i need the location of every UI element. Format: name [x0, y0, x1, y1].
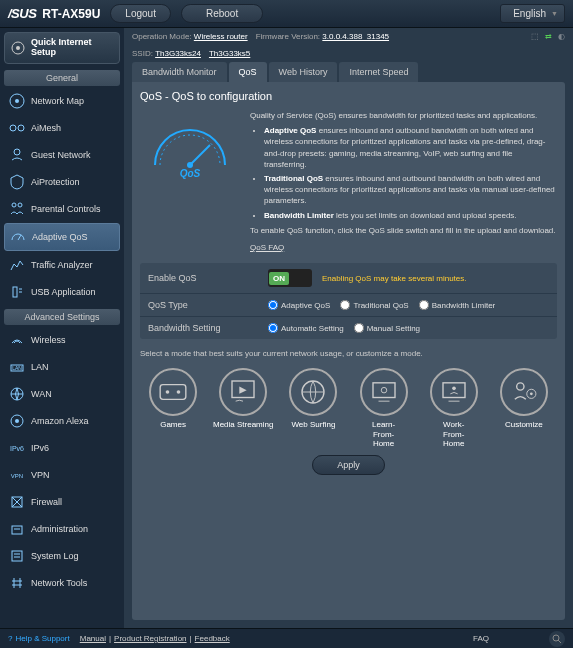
svg-text:VPN: VPN	[11, 473, 23, 479]
nav-parental-controls[interactable]: Parental Controls	[4, 196, 120, 222]
nav-icon	[8, 283, 26, 301]
svg-point-6	[14, 149, 20, 155]
feedback-link[interactable]: Feedback	[195, 634, 230, 643]
svg-point-30	[166, 390, 170, 394]
qos-gauge-icon: QoS	[140, 110, 240, 190]
nav-icon	[8, 331, 26, 349]
mode-games[interactable]: Games	[140, 368, 206, 449]
section-advanced: Advanced Settings	[4, 309, 120, 325]
nav-wan[interactable]: WAN	[4, 381, 120, 407]
mode-learn-from-home[interactable]: Learn-From-Home	[351, 368, 417, 449]
nav-traffic-analyzer[interactable]: Traffic Analyzer	[4, 252, 120, 278]
nav-administration[interactable]: Administration	[4, 516, 120, 542]
svg-point-1	[16, 46, 20, 50]
tab-bandwidth-monitor[interactable]: Bandwidth Monitor	[132, 62, 227, 82]
nav-icon	[8, 256, 26, 274]
usb-icon[interactable]: ⬚	[531, 32, 539, 41]
mode-customize[interactable]: Customize	[491, 368, 557, 449]
faq-link[interactable]: FAQ	[473, 634, 489, 643]
page-title: QoS - QoS to configuration	[140, 90, 557, 102]
nav-icon	[9, 228, 27, 246]
footer: ? Help & Support Manual| Product Registr…	[0, 628, 573, 648]
mode-icon	[500, 368, 548, 416]
mode-hint: Select a mode that best suits your curre…	[140, 349, 557, 358]
nav-icon: LAN	[8, 358, 26, 376]
nav-icon	[8, 385, 26, 403]
tab-web-history[interactable]: Web History	[269, 62, 338, 82]
nav-icon: VPN	[8, 466, 26, 484]
qos-faq-link[interactable]: QoS FAQ	[250, 243, 284, 252]
svg-point-43	[530, 393, 533, 396]
nav-firewall[interactable]: Firewall	[4, 489, 120, 515]
product-reg-link[interactable]: Product Registration	[114, 634, 186, 643]
main-panel: Operation Mode: Wireless router Firmware…	[124, 28, 573, 628]
ssid-1[interactable]: Th3G33ks24	[155, 49, 201, 58]
svg-point-5	[18, 125, 24, 131]
firmware-link[interactable]: 3.0.0.4.388_31345	[322, 32, 389, 41]
svg-marker-33	[240, 387, 247, 394]
nav-amazon-alexa[interactable]: Amazon Alexa	[4, 408, 120, 434]
svg-line-45	[558, 640, 561, 643]
nav-wireless[interactable]: Wireless	[4, 327, 120, 353]
nav-aiprotection[interactable]: AiProtection	[4, 169, 120, 195]
svg-text:LAN: LAN	[12, 365, 22, 371]
mode-web-surfing[interactable]: Web Surfing	[280, 368, 346, 449]
nav-adaptive-qos[interactable]: Adaptive QoS	[4, 223, 120, 251]
radio-manual[interactable]: Manual Setting	[354, 323, 420, 333]
nav-ipv6[interactable]: IPv6IPv6	[4, 435, 120, 461]
svg-point-39	[452, 387, 456, 391]
tab-internet-speed[interactable]: Internet Speed	[339, 62, 418, 82]
svg-point-3	[15, 99, 19, 103]
sidebar: Quick Internet Setup General Network Map…	[0, 28, 124, 628]
svg-point-4	[10, 125, 16, 131]
modes-row: GamesMedia StreamingWeb SurfingLearn-Fro…	[140, 368, 557, 449]
quick-setup-button[interactable]: Quick Internet Setup	[4, 32, 120, 64]
apply-button[interactable]: Apply	[312, 455, 385, 475]
nav-guest-network[interactable]: Guest Network	[4, 142, 120, 168]
svg-point-7	[12, 203, 16, 207]
nav-icon	[8, 173, 26, 191]
content: QoS - QoS to configuration QoS Quality o…	[132, 82, 565, 620]
description: Quality of Service (QoS) ensures bandwid…	[250, 110, 557, 253]
reboot-button[interactable]: Reboot	[181, 4, 263, 23]
nav-icon	[8, 547, 26, 565]
manual-link[interactable]: Manual	[80, 634, 106, 643]
radio-auto[interactable]: Automatic Setting	[268, 323, 344, 333]
radio-limiter[interactable]: Bandwidth Limiter	[419, 300, 496, 310]
nav-icon	[8, 119, 26, 137]
radio-adaptive[interactable]: Adaptive QoS	[268, 300, 330, 310]
nav-network-map[interactable]: Network Map	[4, 88, 120, 114]
help-icon[interactable]: ?	[8, 634, 12, 643]
enable-qos-toggle[interactable]: ON	[268, 269, 312, 287]
search-icon[interactable]	[549, 631, 565, 647]
model-name: RT-AX59U	[42, 7, 100, 21]
mode-work-from-home[interactable]: Work-From-Home	[421, 368, 487, 449]
link-icon[interactable]: ⇄	[545, 32, 552, 41]
nav-network-tools[interactable]: Network Tools	[4, 570, 120, 596]
info-row-1: Operation Mode: Wireless router Firmware…	[124, 28, 573, 45]
svg-rect-10	[13, 287, 17, 297]
nav-icon	[8, 493, 26, 511]
logout-button[interactable]: Logout	[110, 4, 171, 23]
nav-lan[interactable]: LANLAN	[4, 354, 120, 380]
mode-icon	[289, 368, 337, 416]
mode-media-streaming[interactable]: Media Streaming	[210, 368, 276, 449]
tab-qos[interactable]: QoS	[229, 62, 267, 82]
nav-icon	[8, 574, 26, 592]
nav-system-log[interactable]: System Log	[4, 543, 120, 569]
help-support[interactable]: Help & Support	[15, 634, 69, 643]
status-icon[interactable]: ◐	[558, 32, 565, 41]
svg-line-9	[18, 235, 21, 240]
tabs: Bandwidth MonitorQoSWeb HistoryInternet …	[124, 62, 573, 82]
ssid-2[interactable]: Th3G33ks5	[209, 49, 250, 58]
radio-traditional[interactable]: Traditional QoS	[340, 300, 408, 310]
mode-icon	[219, 368, 267, 416]
nav-usb-application[interactable]: USB Application	[4, 279, 120, 305]
settings-table: Enable QoS ON Enabling QoS may take seve…	[140, 263, 557, 339]
qos-warning: Enabling QoS may take several minutes.	[322, 274, 467, 283]
svg-text:IPv6: IPv6	[10, 445, 24, 452]
nav-aimesh[interactable]: AiMesh	[4, 115, 120, 141]
opmode-link[interactable]: Wireless router	[194, 32, 248, 41]
language-dropdown[interactable]: English	[500, 4, 565, 23]
nav-vpn[interactable]: VPNVPN	[4, 462, 120, 488]
